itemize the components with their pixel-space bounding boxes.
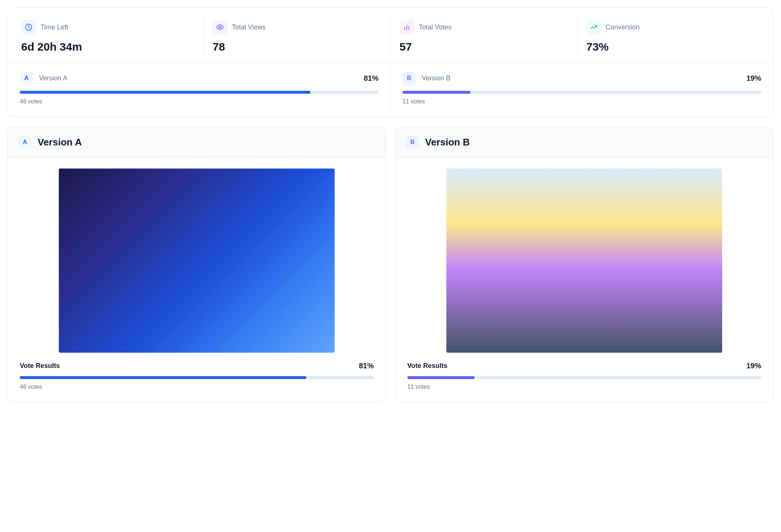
versions-summary-row: A Version A 81% 46 votes B Version B 19% (8, 62, 773, 117)
version-a-progress-fill (20, 91, 310, 94)
stat-label: Time Left (41, 23, 68, 31)
version-b-card-progress (407, 376, 761, 379)
version-b-votes: 11 votes (402, 98, 761, 105)
version-a-votes: 46 votes (20, 98, 379, 105)
stats-row: Time Left 6d 20h 34m Total Views 78 Tota… (8, 8, 773, 62)
version-b-badge: B (406, 135, 419, 149)
stat-value: 73% (586, 41, 755, 53)
stat-label: Conversion (606, 23, 640, 31)
stat-total-votes: Total Votes 57 (390, 20, 577, 53)
stat-conversion: Conversion 73% (577, 20, 764, 53)
version-a-card-progress-fill (20, 376, 306, 379)
version-b-card-percent: 19% (746, 362, 761, 370)
eye-icon (213, 20, 227, 35)
version-a-title: Version A (38, 137, 82, 148)
version-b-percent: 19% (746, 74, 761, 83)
version-b-image (446, 169, 723, 353)
version-a-summary: A Version A 81% 46 votes (8, 63, 390, 117)
stat-value: 57 (399, 41, 568, 53)
version-a-card: A Version A Vote Results 81% 46 votes (7, 126, 386, 403)
svg-point-1 (219, 26, 221, 28)
version-a-name: Version A (39, 74, 67, 82)
version-b-title: Version B (425, 137, 470, 148)
version-b-card: B Version B Vote Results 19% 11 votes (395, 126, 774, 403)
version-b-summary: B Version B 19% 11 votes (390, 63, 773, 117)
version-b-progress-fill (402, 91, 471, 94)
version-b-progress (402, 91, 761, 94)
version-b-card-votes: 11 votes (407, 384, 761, 390)
results-label: Vote Results (20, 362, 60, 370)
stat-value: 6d 20h 34m (21, 41, 195, 53)
bar-chart-icon (399, 20, 414, 35)
stat-total-views: Total Views 78 (204, 20, 390, 53)
stat-label: Total Votes (419, 23, 452, 31)
version-cards-row: A Version A Vote Results 81% 46 votes B … (7, 126, 774, 403)
stat-value: 78 (213, 41, 382, 53)
version-b-name: Version B (422, 74, 450, 82)
version-b-card-header: B Version B (395, 126, 773, 158)
version-a-badge: A (20, 71, 33, 85)
version-a-card-votes: 46 votes (20, 384, 374, 390)
trending-up-icon (586, 20, 601, 35)
results-label: Vote Results (407, 362, 447, 370)
clock-icon (21, 20, 36, 35)
stats-card: Time Left 6d 20h 34m Total Views 78 Tota… (7, 7, 774, 117)
version-a-badge: A (18, 135, 32, 149)
version-a-card-percent: 81% (359, 362, 374, 370)
version-b-badge: B (402, 71, 416, 85)
version-a-percent: 81% (364, 74, 379, 83)
version-a-image (59, 169, 335, 353)
version-a-progress (20, 91, 379, 94)
stat-label: Total Views (232, 23, 266, 31)
stat-time-left: Time Left 6d 20h 34m (17, 20, 204, 53)
version-a-card-progress (20, 376, 374, 379)
version-b-card-progress-fill (407, 376, 475, 379)
version-a-card-header: A Version A (8, 126, 386, 158)
